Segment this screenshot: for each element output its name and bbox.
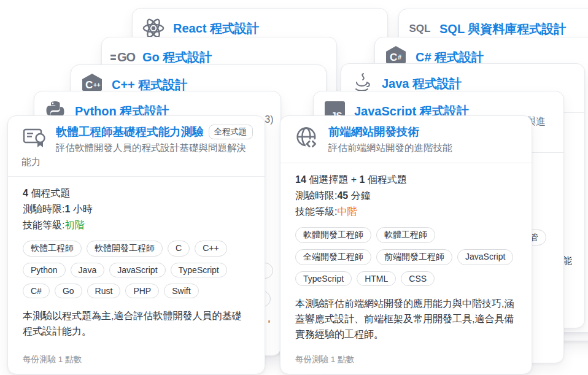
tag: HTML: [357, 271, 396, 286]
card-title-row: 軟體工程師基礎程式能力測驗 全程式題: [56, 125, 252, 139]
tag: Go: [55, 284, 82, 298]
card-header: 軟體工程師基礎程式能力測驗 全程式題 評估軟體開發人員的程式設計基礎與問題解決能…: [8, 116, 265, 177]
tag: JavaScript: [457, 249, 513, 265]
card-subtitle: 評估前端網站開發的進階技能: [294, 141, 519, 155]
stat-line: 技能等級:初階: [23, 217, 250, 233]
svg-text:C: C: [85, 79, 93, 91]
card-python-description-fragment: ,: [268, 313, 270, 324]
stat-line: 測驗時限:45 分鐘: [295, 188, 517, 204]
card-body: 14 個選擇題 + 1 個程式題測驗時限:45 分鐘技能等級:中階 軟體開發工程…: [280, 163, 532, 342]
tag: 前端開發工程師: [376, 249, 452, 265]
certificate-icon: [23, 126, 47, 150]
tag: Python: [23, 263, 66, 277]
card-title-row: 前端網站開發技術: [328, 125, 519, 139]
svg-text:++: ++: [93, 82, 101, 88]
stat-line: 測驗時限:1 小時: [23, 201, 250, 217]
stat-line: 14 個選擇題 + 1 個程式題: [295, 172, 517, 188]
tag: 軟體工程師: [376, 227, 435, 243]
all-coding-questions-badge: 全程式題: [209, 125, 253, 139]
svg-text:C: C: [390, 52, 397, 63]
assessment-cards-stage: React 程式設計 SQL SQL 與資料庫程式設計 GO Go 程式設計 C…: [0, 0, 588, 375]
tag-row: 軟體開發工程師軟體工程師: [295, 227, 517, 243]
card-frontend-web-dev-test[interactable]: 前端網站開發技術 評估前端網站開發的進階技能 14 個選擇題 + 1 個程式題測…: [280, 115, 532, 374]
card-subtitle: 評估軟體開發人員的程式設計基礎與問題解決能力: [21, 141, 252, 169]
tag: Swift: [164, 284, 198, 298]
tag: TypeScript: [171, 263, 227, 277]
tag: CSS: [401, 271, 435, 286]
tag: 軟體開發工程師: [87, 241, 163, 257]
card-java-title: Java 程式設計: [382, 75, 462, 92]
card-sql-title: SQL 與資料庫程式設計: [439, 21, 566, 37]
card-go-title: Go 程式設計: [142, 49, 212, 66]
tag-row: 全端開發工程師前端開發工程師JavaScript: [295, 249, 517, 265]
card-title: 軟體工程師基礎程式能力測驗: [56, 125, 204, 139]
tag-list: 軟體工程師軟體開發工程師CC++PythonJavaJavaScriptType…: [23, 241, 250, 298]
tag: JavaScript: [109, 263, 165, 277]
tag: C: [168, 241, 190, 257]
stats: 14 個選擇題 + 1 個程式題測驗時限:45 分鐘技能等級:中階: [295, 172, 517, 220]
stat-line: 4 個程式題: [23, 185, 250, 201]
tag: Java: [71, 263, 105, 277]
card-description: 本測驗以程式題為主,適合評估軟體開發人員的基礎程式設計能力。: [23, 308, 250, 339]
tag-row: PythonJavaJavaScriptTypeScript: [23, 263, 250, 277]
card-description: 本測驗評估前端網站開發的應用能力與中階技巧,涵蓋響應式設計、前端框架及常用開發工…: [295, 296, 517, 342]
tag-row: 軟體工程師軟體開發工程師CC++: [23, 241, 250, 257]
card-header: 前端網站開發技術 評估前端網站開發的進階技能: [280, 116, 532, 163]
tag: 軟體開發工程師: [295, 227, 371, 243]
card-title: 前端網站開發技術: [328, 125, 419, 139]
tag-row: C#GoRustPHPSwift: [23, 284, 250, 298]
tag-list: 軟體開發工程師軟體工程師全端開發工程師前端開發工程師JavaScriptType…: [295, 227, 517, 286]
stats: 4 個程式題測驗時限:1 小時技能等級:初階: [23, 185, 250, 233]
globe-code-icon: [295, 126, 320, 150]
tag: Rust: [87, 284, 121, 298]
card-software-engineer-basic-test[interactable]: 軟體工程師基礎程式能力測驗 全程式題 評估軟體開發人員的程式設計基礎與問題解決能…: [7, 115, 265, 374]
tag: 軟體工程師: [23, 241, 82, 257]
card-body: 4 個程式題測驗時限:1 小時技能等級:初階 軟體工程師軟體開發工程師CC++P…: [8, 177, 265, 339]
tag-row: TypeScriptHTMLCSS: [295, 271, 517, 286]
tag: PHP: [125, 284, 159, 298]
svg-text:#: #: [398, 53, 401, 61]
stat-line: 技能等級:中階: [295, 204, 517, 220]
card-react-title: React 程式設計: [173, 20, 259, 37]
card-footer-points: 每份測驗 1 點數: [295, 354, 354, 365]
tag: 全端開發工程師: [295, 249, 371, 265]
tag: TypeScript: [295, 271, 352, 286]
tag: C++: [195, 241, 226, 257]
card-footer-points: 每份測驗 1 點數: [23, 354, 82, 365]
tag: C#: [23, 284, 50, 298]
